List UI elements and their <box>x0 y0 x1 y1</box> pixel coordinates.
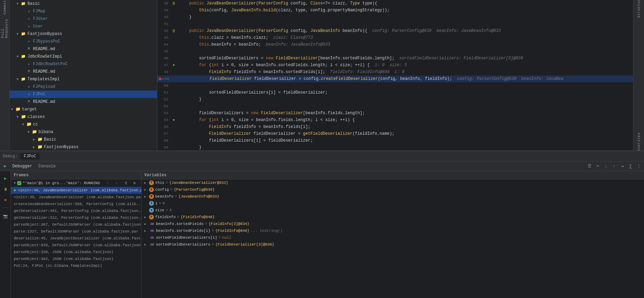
frame-item-6[interactable]: parse:1327, DefaultJSONParser (com.aliba… <box>11 228 141 235</box>
tree-item-readme-jdbc[interactable]: M README.md <box>10 68 157 75</box>
var-item-this[interactable]: ▶ T this = {JavaBeanDeserializer@832} <box>142 179 644 186</box>
tree-item-basic[interactable]: ▼ 📁 Basic <box>10 0 157 8</box>
run-to-cursor-button[interactable]: ⇥ <box>619 163 626 170</box>
console-tab[interactable]: Console <box>36 163 58 170</box>
frame-label-10: parseObject:302, JSON (com.alibaba.fastj… <box>14 257 113 261</box>
line-num-59: 59 <box>157 144 171 151</box>
code-content-39: this(config, JavaBeanInfo.build(clazz, t… <box>177 7 633 14</box>
tree-item-templatesimpl[interactable]: ▼ 📁 TemplatesImpl <box>10 75 157 83</box>
thread-down-button[interactable]: ↓ <box>113 179 121 187</box>
tree-item-basic-class[interactable]: ▶ 📁 Basic <box>10 136 157 143</box>
var-arrow-sfd: ▶ <box>144 243 148 247</box>
commit-icon[interactable]: Commit <box>0 3 9 12</box>
code-content-56: FieldInfo fieldInfo = beanInfo.fields[i]… <box>177 123 633 130</box>
annotation-42: @ <box>171 27 177 34</box>
var-item-sortedfieldss[interactable]: ▶ oo beanInfo.sortedFields = {FieldInfo[… <box>142 220 644 227</box>
var-arrow-this: ▶ <box>144 181 148 185</box>
var-name-sfd: sortedFieldDeserializers <box>156 242 210 247</box>
step-into-button[interactable]: ↓ <box>602 163 610 170</box>
debug-tab-fjpoc[interactable]: FJPoC <box>20 153 39 159</box>
var-item-fieldinfo[interactable]: ▶ F fieldInfo = {FieldInfo@848} <box>142 214 644 220</box>
tree-item-user[interactable]: ☕ User <box>10 23 157 30</box>
code-content-51: sortedFieldDeserializers[i] = fieldDeser… <box>177 89 633 96</box>
tree-item-fjpoc[interactable]: ☕ FJPoC <box>10 91 157 98</box>
list-view-button[interactable]: ☰ <box>586 163 593 170</box>
resume-button[interactable]: ▶ <box>1 163 9 170</box>
tree-item-fjuser[interactable]: ☕ FJUser <box>10 15 157 23</box>
frame-item-1[interactable]: <init>:39, JavaBeanDeserializer (com.ali… <box>11 194 141 201</box>
frame-item-3[interactable]: getDeserializer:461, ParserConfig (com.a… <box>11 207 141 214</box>
tree-label-readme-tmpl: README.md <box>33 99 55 104</box>
run-button[interactable]: ▶ <box>1 174 10 183</box>
thread-badge: ✓ <box>17 181 21 185</box>
tree-label-blbana: blbana <box>38 130 53 134</box>
more-settings-button[interactable]: ⋮ <box>635 163 643 170</box>
debug-label: Debug: <box>3 154 18 159</box>
tree-item-classes[interactable]: ▼ 📁 classes <box>10 113 157 121</box>
frame-item-0[interactable]: <init>:49, JavaBeanDeserializer (com.ali… <box>11 187 141 194</box>
frame-item-5[interactable]: parseObject:367, DefaultJSONParser (com.… <box>11 221 141 228</box>
thread-filter-button[interactable]: ⊻ <box>122 179 129 187</box>
tree-item-blbana[interactable]: ▼ 📁 blbana <box>10 128 157 136</box>
pause-button[interactable]: ⏸ <box>1 185 10 194</box>
code-line-53: 53 <box>157 103 633 110</box>
stop-button[interactable]: ■ <box>1 196 10 205</box>
var-item-sfd-i[interactable]: ▶ oo sortedFieldDeserializers[i] = null <box>142 234 644 241</box>
tree-item-fastjsonbypass-class[interactable]: ▶ 📁 FastjsonBypass <box>10 143 157 151</box>
frame-item-4[interactable]: getDeserializer:312, ParserConfig (com.a… <box>11 214 141 221</box>
tree-item-fjmap[interactable]: ☕ FJMap <box>10 8 157 15</box>
frame-item-8[interactable]: parseObject:639, DefaultJSONParser (com.… <box>11 242 141 249</box>
var-item-config[interactable]: ▶ C config = {ParserConfig@639} <box>142 186 644 193</box>
tree-item-fjpayload[interactable]: ☕ FJPayload <box>10 83 157 91</box>
code-content-58: fieldDeserializers[i] = fieldDeserialize… <box>177 137 633 144</box>
structure-icon[interactable]: Structure <box>634 3 643 12</box>
tree-item-readme-tmpl[interactable]: M README.md <box>10 98 157 106</box>
tree-item-readme-bypass[interactable]: M README.md <box>10 45 157 53</box>
var-item-i[interactable]: ▶ i i = 0 <box>142 200 644 207</box>
var-item-size[interactable]: ▶ s size = 3 <box>142 207 644 214</box>
tree-label-templatesimpl: TemplatesImpl <box>27 77 60 82</box>
code-content-44: this.beanInfo = beanInfo; beanInfo: Java… <box>177 41 633 48</box>
tree-item-target[interactable]: ▼ 📁 target <box>10 106 157 113</box>
right-activity-bar: Structure Favorites <box>633 0 644 151</box>
var-val-beaninfo: {JavaBeanInfo@833} <box>178 194 219 199</box>
frame-item-7[interactable]: deserialize:45, JavaObjectDeserializer (… <box>11 235 141 242</box>
tree-item-cc[interactable]: ▼ 📁 cc <box>10 121 157 128</box>
frame-item-10[interactable]: parseObject:302, JSON (com.alibaba.fastj… <box>11 255 141 262</box>
folder-icon-blbana: 📁 <box>32 129 37 135</box>
var-name-beaninfo: beanInfo <box>155 194 173 199</box>
tree-item-fastjsonbypass[interactable]: ▼ 📁 FastjsonBypass <box>10 30 157 38</box>
tree-item-jdbcrowsetimpl[interactable]: ▼ 📁 JdbcRowSetImpl <box>10 53 157 60</box>
var-val-sortedfields: {FieldInfo[3]@834} <box>208 222 249 226</box>
frame-item-11[interactable]: PoC:24, FJPoC (cc.blbana.TemplatesImpl) <box>11 262 141 269</box>
var-item-beaninfo[interactable]: ▶ B beanInfo = {JavaBeanInfo@833} <box>142 193 644 200</box>
frame-item-2[interactable]: createJavaBeanDeserializer:588, ParserCo… <box>11 201 141 207</box>
line-num-42: 42 <box>157 27 171 34</box>
tree-item-fjbypasspoc[interactable]: ☕ FJBypassPoC <box>10 38 157 45</box>
tree-arrow-fastjsonbypass: ▼ <box>16 32 21 36</box>
var-item-sortedfields-i[interactable]: ▶ oo beanInfo.sortedFields[i] = {FieldIn… <box>142 227 644 234</box>
var-val-size: 3 <box>169 208 172 212</box>
code-line-57: 57 FieldDeserializer fieldDeserializer =… <box>157 130 633 137</box>
var-arrow-config: ▶ <box>144 188 148 192</box>
code-content-55: for (int i = 0, size = beanInfo.fields.l… <box>177 117 633 123</box>
camera-button[interactable]: 📷 <box>1 212 10 220</box>
favorites-icon[interactable]: Favorites <box>634 139 643 148</box>
var-name-i: i <box>155 201 158 205</box>
evaluate-button[interactable]: ∑ <box>627 163 634 170</box>
line-num-45: 45 <box>157 48 171 55</box>
thread-up-button[interactable]: ↑ <box>104 179 112 187</box>
pull-requests-icon[interactable]: Pull Requests <box>0 24 9 33</box>
var-val-i: 0 <box>162 201 165 205</box>
thread-item[interactable]: ▼ ✓ *'main'@1 in gro...'main': RUNNING ↑… <box>11 179 141 187</box>
step-over-button[interactable]: ↷ <box>594 163 601 170</box>
tree-item-fjdbcrowsetpoc[interactable]: ☕ FJdbcRowSetPoC <box>10 60 157 68</box>
thread-settings-button[interactable]: ⚙ <box>131 179 138 187</box>
variables-header: Variables <box>142 171 644 179</box>
var-item-sfd[interactable]: ▶ oo sortedFieldDeserializers = {FieldDe… <box>142 241 644 248</box>
line-num-51: 51 <box>157 89 171 96</box>
md-icon-readme-bypass: M <box>26 46 32 52</box>
frame-item-9[interactable]: parseObject:339, JSON (com.alibaba.fastj… <box>11 249 141 255</box>
debugger-tab[interactable]: Debugger <box>10 163 35 170</box>
step-out-button[interactable]: ↑ <box>610 163 618 170</box>
